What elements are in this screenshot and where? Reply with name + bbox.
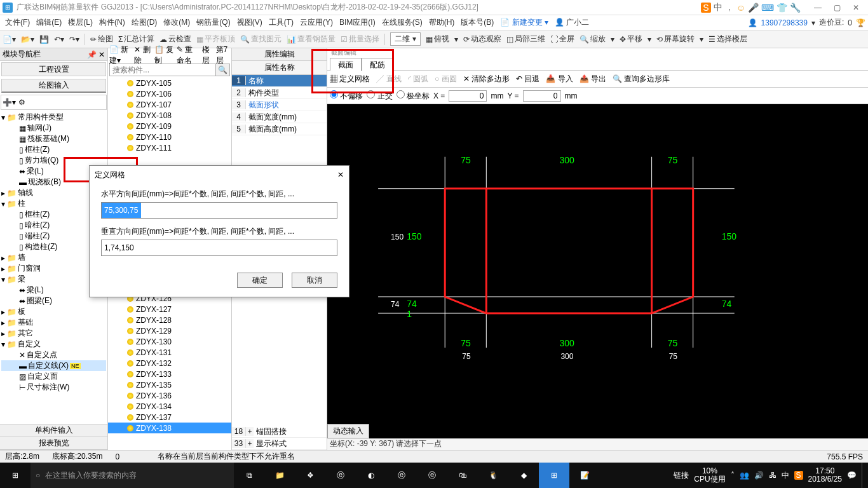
nav-foot-single[interactable]: 单构件输入: [0, 424, 107, 437]
ie-icon[interactable]: ⓔ: [417, 463, 447, 488]
ok-button[interactable]: 确定: [237, 273, 283, 288]
sogou-icon[interactable]: S: [701, 3, 710, 13]
menu-tool[interactable]: 工具(T): [266, 16, 296, 29]
radio-ortho[interactable]: 正交: [367, 90, 392, 102]
tree-item[interactable]: 剪力墙(Q): [25, 155, 58, 166]
list-item[interactable]: ZDYX-106: [136, 90, 172, 98]
menu-view[interactable]: 视图(V): [234, 16, 265, 29]
draw-button[interactable]: ✏ 绘图: [90, 34, 113, 44]
tray-clock[interactable]: 17:502018/6/25: [808, 467, 842, 484]
explorer-icon[interactable]: 📁: [264, 463, 295, 488]
view-2d-select[interactable]: 二维 ▾: [390, 32, 420, 46]
phone-number[interactable]: 13907298339: [761, 18, 808, 27]
menu-draw[interactable]: 绘图(D): [129, 16, 160, 29]
tray-network-icon[interactable]: 🖧: [769, 471, 776, 480]
v-spacing-input[interactable]: [101, 240, 337, 256]
list-item[interactable]: ZDYX-129: [136, 327, 172, 336]
tree-item[interactable]: 端柱(Z): [25, 231, 50, 241]
tree-item-selected[interactable]: 自定义线(X): [28, 360, 69, 371]
cloud-check-button[interactable]: ☁ 云检查: [159, 34, 191, 44]
list-item[interactable]: ZDYX-137: [136, 413, 172, 422]
prop-row[interactable]: 显示样式: [254, 438, 327, 449]
ime-tool-icon[interactable]: 🔧: [790, 3, 801, 13]
dynamic-input-button[interactable]: 动态输入: [327, 424, 369, 438]
tree-item[interactable]: 梁(L): [27, 285, 44, 295]
nav-foot-report[interactable]: 报表预览: [0, 437, 107, 450]
app-icon-3[interactable]: ◆: [508, 463, 539, 488]
list-item[interactable]: ZDYX-107: [136, 100, 172, 109]
menu-floor[interactable]: 楼层(L): [65, 16, 95, 29]
taskview-icon[interactable]: ⧉: [234, 463, 264, 488]
start-button[interactable]: ⊞: [0, 463, 31, 488]
list-item[interactable]: ZDYX-130: [136, 337, 172, 346]
ime-zh[interactable]: 中: [714, 2, 722, 13]
tray-notifications-icon[interactable]: 💬: [847, 471, 857, 480]
tab-rebar[interactable]: 配筋: [362, 58, 393, 71]
x-input[interactable]: [449, 90, 487, 102]
phone-dropdown-icon[interactable]: ▾: [811, 18, 815, 27]
nav-add-icon[interactable]: ➕▾: [3, 98, 16, 107]
circle-button[interactable]: ○ 画圆: [435, 74, 457, 85]
new-change-button[interactable]: 📄 新建变更 ▾: [498, 16, 551, 29]
app-icon-2[interactable]: ◐: [356, 463, 386, 488]
close-button[interactable]: ✕: [846, 1, 865, 14]
list-item[interactable]: ZDYX-110: [136, 133, 172, 142]
ime-face-icon[interactable]: ☺: [736, 3, 745, 13]
list-item[interactable]: ZDYX-109: [136, 122, 172, 131]
expand-icon[interactable]: +: [246, 439, 254, 448]
tree-item[interactable]: 筏板基础(M): [27, 133, 69, 144]
ime-keyboard-icon[interactable]: ⌨: [761, 3, 774, 13]
select-floor-button[interactable]: ☰ 选择楼层: [709, 34, 747, 44]
tree-other[interactable]: 其它: [18, 328, 33, 339]
edge-icon[interactable]: ⓔ: [325, 463, 356, 488]
local3d-button[interactable]: ◫ 局部三维: [506, 34, 545, 44]
list-item[interactable]: ZDYX-133: [136, 370, 172, 379]
tree-slab[interactable]: 板: [18, 306, 25, 317]
maximize-button[interactable]: ▢: [827, 1, 846, 14]
menu-cloud[interactable]: 云应用(Y): [297, 16, 336, 29]
tree-item[interactable]: 暗柱(Z): [25, 220, 50, 231]
tree-axis[interactable]: 轴线: [18, 187, 33, 198]
tree-item[interactable]: 自定义面: [27, 371, 58, 382]
tray-sogou-icon[interactable]: S: [794, 471, 803, 480]
define-grid-button[interactable]: ▦ 定义网格: [330, 74, 370, 85]
tray-volume-icon[interactable]: 🔊: [754, 471, 764, 480]
menu-online[interactable]: 在线服务(S): [379, 16, 425, 29]
tray-up-icon[interactable]: ˄: [731, 471, 735, 480]
tree-item[interactable]: 框柱(Z): [25, 144, 50, 155]
dialog-close-icon[interactable]: ✕: [337, 170, 344, 179]
level-top-button[interactable]: ▦ 平齐板顶: [196, 34, 235, 44]
screen-rotate-button[interactable]: ⟲ 屏幕旋转: [656, 34, 695, 44]
list-item[interactable]: ZDYX-128: [136, 316, 172, 325]
list-item[interactable]: ZDYX-136: [136, 391, 172, 400]
show-desktop[interactable]: [862, 463, 865, 488]
tree-custom[interactable]: 自定义: [18, 339, 41, 349]
query-poly-button[interactable]: 🔍 查询多边形库: [613, 74, 670, 85]
tree-item[interactable]: 圈梁(E): [27, 295, 52, 306]
line-button[interactable]: ╱ 直线: [376, 74, 401, 85]
ime-mic-icon[interactable]: 🎤: [748, 3, 759, 13]
undo-icon[interactable]: ↶▾: [54, 35, 64, 44]
export-button[interactable]: 📤 导出: [580, 74, 606, 85]
nav-pin-icon[interactable]: 📌 ✕: [87, 50, 105, 59]
h-spacing-input[interactable]: [101, 202, 337, 219]
store-icon[interactable]: 🛍: [447, 463, 478, 488]
menu-modify[interactable]: 修改(M): [161, 16, 193, 29]
menu-file[interactable]: 文件(F): [3, 16, 32, 29]
nav-tab-draw[interactable]: 绘图输入: [1, 79, 106, 93]
tray-cpu[interactable]: 10%CPU使用: [694, 467, 725, 484]
component-search-input[interactable]: [109, 64, 216, 76]
tray-ime-icon[interactable]: 中: [782, 470, 789, 481]
menu-version[interactable]: 版本号(B): [458, 16, 496, 29]
tray-people-icon[interactable]: 👥: [740, 471, 749, 480]
menu-bim[interactable]: BIM应用(I): [337, 16, 378, 29]
view-rebar-button[interactable]: 📊 查看钢筋量: [287, 34, 336, 44]
search-button[interactable]: 🔍: [216, 64, 230, 76]
list-item[interactable]: ZDYX-111: [136, 144, 172, 152]
tree-item[interactable]: 框柱(Z): [25, 209, 50, 220]
tree-item[interactable]: 轴网(J): [27, 123, 51, 133]
new-icon[interactable]: 📄▾: [3, 35, 16, 44]
prop-row[interactable]: 截面形状: [246, 100, 327, 111]
tree-beam[interactable]: 梁: [18, 274, 25, 285]
redo-icon[interactable]: ↷▾: [69, 35, 79, 44]
